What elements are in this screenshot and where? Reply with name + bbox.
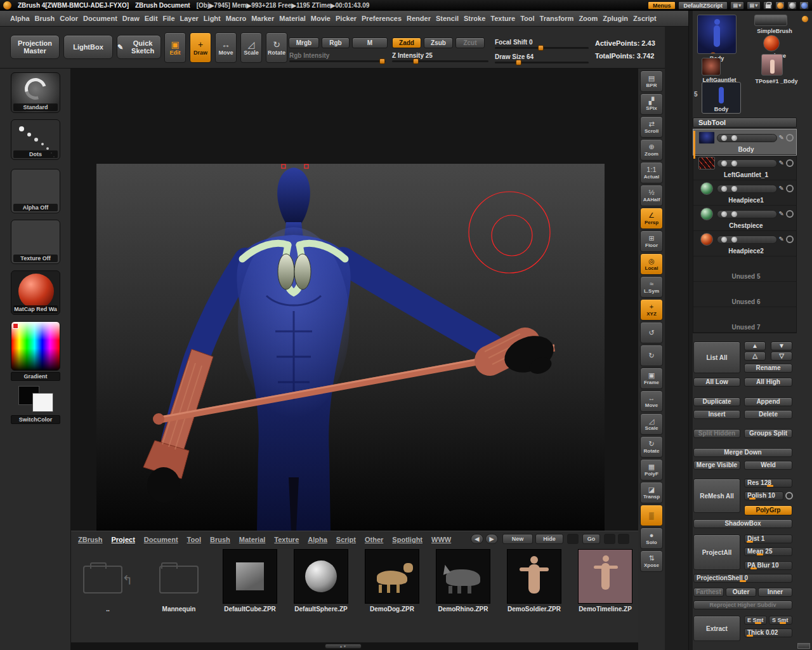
- lightbox-prev-button[interactable]: ◀: [471, 534, 483, 544]
- farthest-button[interactable]: Farthest: [693, 588, 724, 597]
- texture-thumbnail[interactable]: Texture Off: [11, 220, 60, 264]
- material-selector[interactable]: MatCap Red Wa: [11, 270, 60, 315]
- stroke-selector[interactable]: Dots: [11, 119, 60, 160]
- z-intensity-slider[interactable]: [392, 60, 488, 62]
- orange-sphere-button[interactable]: [775, 1, 785, 10]
- s-smt-toggle[interactable]: S Smt: [769, 616, 792, 625]
- menu-item[interactable]: Preferences: [359, 13, 404, 23]
- pivot-cw-button[interactable]: ↻: [640, 345, 663, 366]
- lightbox-item-mannequin[interactable]: Mannequin: [147, 549, 211, 613]
- scale-button[interactable]: ◿ Scale: [240, 32, 262, 63]
- tab-www[interactable]: WWW: [427, 536, 455, 543]
- lightbox-item-demorhino[interactable]: DemoRhino.ZPR: [431, 549, 495, 613]
- subtool-thumbnail[interactable]: [698, 157, 715, 169]
- focal-shift-knob[interactable]: [538, 45, 544, 51]
- m-button[interactable]: M: [352, 37, 388, 48]
- menu-item[interactable]: Brush: [32, 13, 58, 23]
- rotate-3d-button[interactable]: ↻ Rotate: [640, 436, 663, 458]
- eye-icon[interactable]: [721, 237, 727, 242]
- menu-item[interactable]: Macro: [223, 13, 249, 23]
- polypaint-icon[interactable]: ✎: [779, 160, 784, 166]
- subtool-unused6[interactable]: ✎ Unused 6: [693, 282, 796, 307]
- tab-zbrush[interactable]: ZBrush: [74, 536, 107, 543]
- menu-item[interactable]: Transform: [537, 13, 577, 23]
- insert-button[interactable]: Insert: [693, 410, 740, 419]
- tab-other[interactable]: Other: [360, 536, 388, 543]
- paint-icon[interactable]: [731, 237, 737, 242]
- tray-config-icon[interactable]: [802, 16, 808, 22]
- polypaint-icon[interactable]: ✎: [779, 185, 784, 192]
- projectionshell-slider[interactable]: ProjectionShell 0: [693, 574, 792, 583]
- eye-icon[interactable]: [721, 135, 727, 141]
- tray-divider[interactable]: [665, 27, 688, 650]
- persp-button[interactable]: ∠ Persp: [640, 208, 663, 229]
- gray-sphere-button[interactable]: [787, 1, 797, 10]
- menu-item[interactable]: Layer: [178, 13, 201, 23]
- menu-item[interactable]: Material: [277, 13, 308, 23]
- resize-grip[interactable]: [797, 643, 810, 649]
- subtool-scrollbar[interactable]: [693, 131, 695, 159]
- texture-selector[interactable]: Texture Off: [11, 220, 60, 264]
- zsphere-thumbnail[interactable]: [763, 35, 780, 51]
- doc-pair-icon-2[interactable]: ▤▾: [747, 1, 761, 10]
- merge-visible-button[interactable]: Merge Visible: [693, 461, 740, 470]
- viewport[interactable]: [71, 69, 638, 531]
- menu-item[interactable]: File: [160, 13, 178, 23]
- menu-item[interactable]: Edit: [142, 13, 160, 23]
- lightbox-hide-button[interactable]: Hide: [535, 534, 563, 544]
- mesh-slot-thumbnail[interactable]: Body: [702, 82, 741, 114]
- lightbox-item-demotimeline[interactable]: DemoTimeline.ZP: [573, 549, 637, 613]
- rgb-intensity-knob[interactable]: [379, 58, 385, 64]
- polish-mode-toggle[interactable]: [785, 492, 793, 500]
- rgb-button[interactable]: Rgb: [322, 37, 350, 48]
- simplebrush-thumbnail[interactable]: [754, 15, 787, 26]
- horizontal-scrollbar[interactable]: [71, 642, 638, 650]
- subtool-ring-icon[interactable]: [786, 185, 794, 192]
- lightbox-item-demodog[interactable]: DemoDog.ZPR: [360, 549, 424, 613]
- lightbox-util-icon-1[interactable]: [567, 534, 579, 544]
- zsub-button[interactable]: Zsub: [424, 37, 453, 48]
- rgb-intensity-slider[interactable]: [289, 60, 386, 62]
- subtool-headpiece1[interactable]: ✎ Headpiece1: [693, 180, 796, 206]
- outer-button[interactable]: Outer: [726, 588, 756, 597]
- reproject-button[interactable]: Reproject Higher Subdiv: [693, 600, 792, 609]
- menu-item[interactable]: Zoom: [576, 13, 600, 23]
- menu-item[interactable]: Zplugin: [600, 13, 631, 23]
- floor-button[interactable]: ⊞ Floor: [640, 230, 663, 252]
- menu-item[interactable]: Stroke: [461, 13, 488, 23]
- brush-thumbnail[interactable]: Standard: [11, 72, 60, 113]
- groups-split-button[interactable]: Groups Split: [744, 429, 792, 438]
- subtool-body[interactable]: ✎ Body: [693, 129, 796, 155]
- spix-button[interactable]: ▞ SPix: [640, 93, 663, 115]
- lightbox-next-button[interactable]: ▶: [485, 534, 498, 544]
- lightbox-button[interactable]: LightBox: [63, 35, 113, 59]
- gradient-picker[interactable]: [11, 321, 60, 371]
- mrgb-button[interactable]: Mrgb: [289, 37, 319, 48]
- tab-document[interactable]: Document: [140, 536, 183, 543]
- subtool-thumbnail[interactable]: [700, 182, 713, 195]
- polypaint-icon[interactable]: ✎: [779, 236, 784, 242]
- doc-pair-icon-1[interactable]: ▤▾: [730, 1, 744, 10]
- primary-color-swatch[interactable]: [32, 393, 53, 412]
- list-all-button[interactable]: List All: [693, 342, 740, 373]
- inner-button[interactable]: Inner: [758, 588, 792, 597]
- menus-button[interactable]: Menus: [648, 1, 676, 10]
- default-zscript-button[interactable]: DefaultZScript: [678, 1, 728, 10]
- tab-spotlight[interactable]: Spotlight: [388, 536, 427, 543]
- all-high-button[interactable]: All High: [744, 378, 792, 387]
- quick-sketch-button[interactable]: ✎Quick Sketch: [117, 35, 161, 59]
- lightbox-item-defaultcube[interactable]: DefaultCube.ZPR: [218, 549, 282, 613]
- tab-project[interactable]: Project: [107, 536, 140, 543]
- subtool-headpiece2[interactable]: ✎ Headpiece2: [693, 231, 796, 256]
- tab-script[interactable]: Script: [332, 536, 360, 543]
- bpr-button[interactable]: ▤ BPR: [640, 70, 663, 92]
- alpha-selector[interactable]: Alpha Off: [11, 169, 60, 213]
- menu-item[interactable]: Tool: [518, 13, 537, 23]
- subtool-up-button[interactable]: ▲: [744, 342, 766, 350]
- extract-button[interactable]: Extract: [693, 616, 740, 641]
- subtool-to-top-button[interactable]: △: [744, 352, 766, 361]
- polypaint-icon[interactable]: ✎: [779, 135, 784, 141]
- color-picker[interactable]: Gradient: [11, 321, 60, 381]
- projectall-button[interactable]: ProjectAll: [693, 534, 740, 570]
- eye-icon[interactable]: [721, 161, 727, 166]
